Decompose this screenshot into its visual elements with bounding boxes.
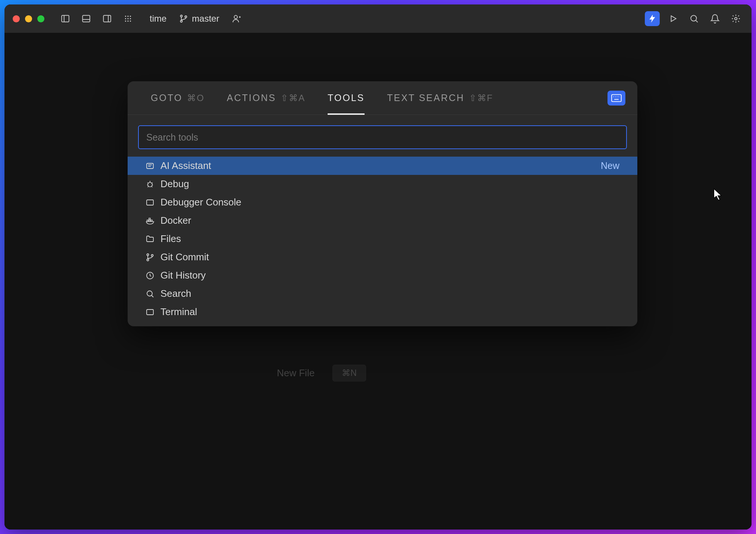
ai-icon bbox=[146, 161, 154, 170]
svg-line-40 bbox=[148, 186, 149, 187]
svg-rect-46 bbox=[149, 218, 150, 220]
titlebar: time master bbox=[4, 4, 752, 33]
new-badge: New bbox=[601, 160, 619, 171]
svg-line-23 bbox=[696, 20, 697, 22]
tool-item-docker[interactable]: Docker bbox=[128, 211, 637, 230]
svg-line-41 bbox=[151, 186, 152, 187]
window-close-button[interactable] bbox=[13, 15, 20, 22]
tool-item-git-history[interactable]: Git History bbox=[128, 266, 637, 285]
newfile-shortcut: ⌘N bbox=[332, 365, 366, 381]
git-branch-button[interactable]: master bbox=[179, 13, 219, 24]
tool-item-files[interactable]: Files bbox=[128, 230, 637, 248]
svg-marker-21 bbox=[671, 16, 676, 21]
lightning-icon bbox=[647, 14, 657, 23]
svg-point-7 bbox=[127, 16, 128, 17]
folder-icon bbox=[146, 235, 154, 244]
panel-icon bbox=[146, 198, 154, 207]
git-branch-icon bbox=[179, 14, 188, 23]
docker-icon bbox=[146, 216, 154, 225]
svg-point-51 bbox=[147, 291, 152, 296]
svg-point-12 bbox=[125, 21, 126, 22]
keyboard-shortcut-button[interactable] bbox=[607, 91, 625, 106]
svg-point-10 bbox=[127, 18, 128, 19]
svg-point-49 bbox=[151, 254, 153, 256]
toggle-left-panel-button[interactable] bbox=[58, 11, 73, 26]
search-tools-input[interactable] bbox=[138, 125, 627, 149]
svg-line-52 bbox=[151, 295, 153, 297]
gear-icon bbox=[731, 14, 741, 23]
svg-point-15 bbox=[181, 15, 182, 17]
terminal-icon bbox=[146, 308, 154, 317]
bell-icon bbox=[710, 14, 720, 23]
bug-icon bbox=[146, 180, 154, 189]
svg-point-8 bbox=[130, 16, 131, 17]
tool-item-debug[interactable]: Debug bbox=[128, 175, 637, 193]
tool-item-ai-assistant[interactable]: AI Assistant New bbox=[128, 157, 637, 175]
svg-point-13 bbox=[127, 21, 128, 22]
svg-rect-53 bbox=[147, 310, 153, 315]
clock-icon bbox=[146, 271, 154, 280]
grid-button[interactable] bbox=[121, 11, 135, 26]
keyboard-icon bbox=[611, 94, 622, 102]
svg-rect-25 bbox=[612, 94, 621, 101]
svg-point-22 bbox=[691, 15, 696, 21]
window-minimize-button[interactable] bbox=[25, 15, 32, 22]
add-collaborator-button[interactable] bbox=[229, 11, 244, 26]
window-maximize-button[interactable] bbox=[37, 15, 44, 22]
traffic-lights bbox=[13, 15, 44, 22]
titlebar-right bbox=[645, 11, 743, 26]
toggle-bottom-panel-button[interactable] bbox=[79, 11, 94, 26]
tab-actions[interactable]: ACTIONS ⇧⌘A bbox=[216, 81, 316, 114]
settings-button[interactable] bbox=[728, 11, 743, 26]
search-icon bbox=[146, 289, 154, 298]
svg-point-24 bbox=[735, 18, 737, 20]
tab-goto[interactable]: GOTO ⌘O bbox=[140, 81, 216, 114]
project-name[interactable]: time bbox=[150, 13, 166, 24]
git-branch-icon bbox=[146, 253, 154, 262]
svg-point-17 bbox=[185, 16, 187, 18]
svg-point-18 bbox=[234, 15, 237, 19]
svg-point-47 bbox=[147, 254, 149, 255]
tool-item-git-commit[interactable]: Git Commit bbox=[128, 248, 637, 266]
svg-point-11 bbox=[130, 18, 131, 19]
command-palette: GOTO ⌘O ACTIONS ⇧⌘A TOOLS TEXT SEARCH ⇧⌘… bbox=[128, 81, 637, 326]
svg-point-9 bbox=[125, 18, 126, 19]
svg-point-48 bbox=[147, 259, 149, 261]
tab-tools[interactable]: TOOLS bbox=[316, 81, 376, 114]
svg-rect-0 bbox=[62, 15, 69, 22]
play-icon bbox=[668, 14, 678, 23]
tool-item-debugger-console[interactable]: Debugger Console bbox=[128, 193, 637, 211]
tool-item-search[interactable]: Search bbox=[128, 285, 637, 303]
tab-text-search[interactable]: TEXT SEARCH ⇧⌘F bbox=[376, 81, 504, 114]
branch-name: master bbox=[192, 13, 219, 24]
search-wrapper bbox=[128, 115, 637, 157]
palette-tabs: GOTO ⌘O ACTIONS ⇧⌘A TOOLS TEXT SEARCH ⇧⌘… bbox=[128, 81, 637, 115]
ai-assistant-button[interactable] bbox=[645, 11, 660, 26]
app-window: time master bbox=[4, 4, 752, 530]
svg-point-14 bbox=[130, 21, 131, 22]
notifications-button[interactable] bbox=[707, 11, 722, 26]
tools-list: AI Assistant New Debug Debugger Console bbox=[128, 157, 637, 326]
background-newfile-hint: New File ⌘N bbox=[277, 365, 366, 381]
toggle-right-panel-button[interactable] bbox=[100, 11, 115, 26]
svg-rect-42 bbox=[147, 200, 153, 205]
svg-rect-4 bbox=[103, 15, 111, 22]
newfile-label: New File bbox=[277, 367, 315, 379]
search-icon bbox=[689, 14, 699, 23]
svg-rect-31 bbox=[147, 163, 153, 169]
svg-point-16 bbox=[181, 21, 182, 22]
run-button[interactable] bbox=[666, 11, 681, 26]
tool-item-terminal[interactable]: Terminal bbox=[128, 303, 637, 321]
svg-rect-2 bbox=[82, 15, 90, 22]
svg-point-6 bbox=[125, 16, 126, 17]
search-button[interactable] bbox=[687, 11, 702, 26]
panel-toggles bbox=[58, 11, 135, 26]
